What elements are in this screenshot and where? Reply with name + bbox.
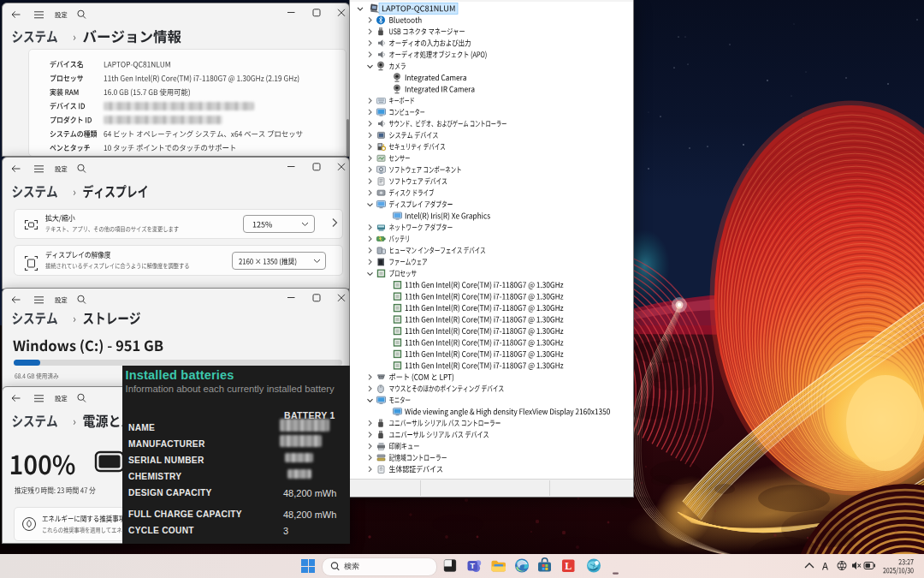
- svg-text:L: L: [565, 560, 572, 572]
- svg-text:T: T: [470, 562, 475, 570]
